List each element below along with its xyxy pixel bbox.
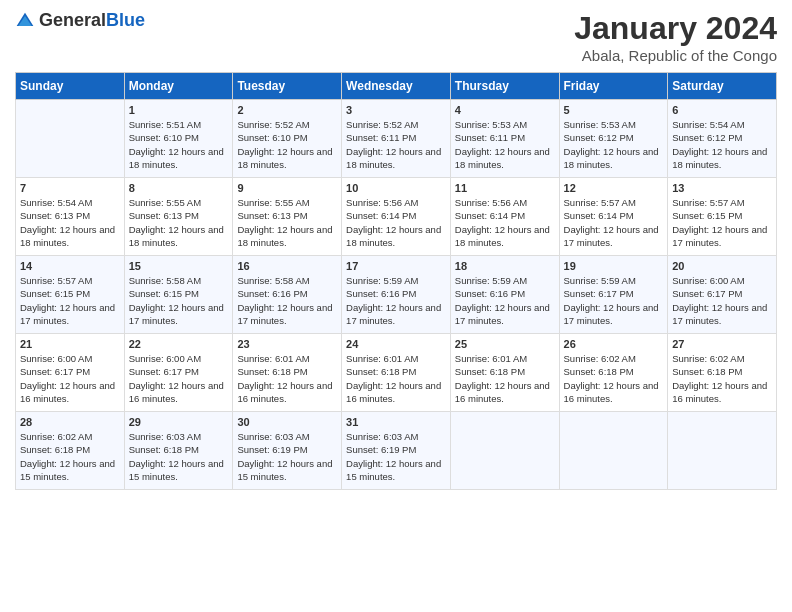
- day-info: Sunrise: 5:52 AMSunset: 6:11 PMDaylight:…: [346, 118, 446, 171]
- day-info: Sunrise: 6:03 AMSunset: 6:19 PMDaylight:…: [237, 430, 337, 483]
- day-info: Sunrise: 5:57 AMSunset: 6:15 PMDaylight:…: [20, 274, 120, 327]
- day-cell: 8Sunrise: 5:55 AMSunset: 6:13 PMDaylight…: [124, 178, 233, 256]
- col-monday: Monday: [124, 73, 233, 100]
- col-thursday: Thursday: [450, 73, 559, 100]
- day-cell: 20Sunrise: 6:00 AMSunset: 6:17 PMDayligh…: [668, 256, 777, 334]
- day-cell: 19Sunrise: 5:59 AMSunset: 6:17 PMDayligh…: [559, 256, 668, 334]
- day-number: 26: [564, 338, 664, 350]
- day-number: 9: [237, 182, 337, 194]
- day-cell: 18Sunrise: 5:59 AMSunset: 6:16 PMDayligh…: [450, 256, 559, 334]
- day-number: 10: [346, 182, 446, 194]
- header-row: Sunday Monday Tuesday Wednesday Thursday…: [16, 73, 777, 100]
- day-info: Sunrise: 5:59 AMSunset: 6:16 PMDaylight:…: [346, 274, 446, 327]
- day-info: Sunrise: 5:57 AMSunset: 6:14 PMDaylight:…: [564, 196, 664, 249]
- day-info: Sunrise: 5:54 AMSunset: 6:13 PMDaylight:…: [20, 196, 120, 249]
- day-cell: 11Sunrise: 5:56 AMSunset: 6:14 PMDayligh…: [450, 178, 559, 256]
- day-cell: 15Sunrise: 5:58 AMSunset: 6:15 PMDayligh…: [124, 256, 233, 334]
- day-cell: 16Sunrise: 5:58 AMSunset: 6:16 PMDayligh…: [233, 256, 342, 334]
- day-cell: 12Sunrise: 5:57 AMSunset: 6:14 PMDayligh…: [559, 178, 668, 256]
- day-info: Sunrise: 6:03 AMSunset: 6:18 PMDaylight:…: [129, 430, 229, 483]
- week-row-0: 1Sunrise: 5:51 AMSunset: 6:10 PMDaylight…: [16, 100, 777, 178]
- day-number: 17: [346, 260, 446, 272]
- main-title: January 2024: [574, 10, 777, 47]
- day-number: 13: [672, 182, 772, 194]
- day-cell: 17Sunrise: 5:59 AMSunset: 6:16 PMDayligh…: [342, 256, 451, 334]
- day-info: Sunrise: 5:59 AMSunset: 6:17 PMDaylight:…: [564, 274, 664, 327]
- day-cell: 3Sunrise: 5:52 AMSunset: 6:11 PMDaylight…: [342, 100, 451, 178]
- day-info: Sunrise: 5:59 AMSunset: 6:16 PMDaylight:…: [455, 274, 555, 327]
- week-row-1: 7Sunrise: 5:54 AMSunset: 6:13 PMDaylight…: [16, 178, 777, 256]
- day-info: Sunrise: 6:02 AMSunset: 6:18 PMDaylight:…: [20, 430, 120, 483]
- day-number: 18: [455, 260, 555, 272]
- day-info: Sunrise: 6:00 AMSunset: 6:17 PMDaylight:…: [672, 274, 772, 327]
- day-number: 11: [455, 182, 555, 194]
- day-number: 2: [237, 104, 337, 116]
- day-number: 21: [20, 338, 120, 350]
- day-cell: [668, 412, 777, 490]
- day-cell: 7Sunrise: 5:54 AMSunset: 6:13 PMDaylight…: [16, 178, 125, 256]
- day-cell: 10Sunrise: 5:56 AMSunset: 6:14 PMDayligh…: [342, 178, 451, 256]
- day-info: Sunrise: 5:56 AMSunset: 6:14 PMDaylight:…: [346, 196, 446, 249]
- col-tuesday: Tuesday: [233, 73, 342, 100]
- day-number: 23: [237, 338, 337, 350]
- day-info: Sunrise: 6:00 AMSunset: 6:17 PMDaylight:…: [20, 352, 120, 405]
- col-wednesday: Wednesday: [342, 73, 451, 100]
- col-saturday: Saturday: [668, 73, 777, 100]
- day-number: 4: [455, 104, 555, 116]
- day-info: Sunrise: 6:01 AMSunset: 6:18 PMDaylight:…: [237, 352, 337, 405]
- day-cell: 28Sunrise: 6:02 AMSunset: 6:18 PMDayligh…: [16, 412, 125, 490]
- day-number: 31: [346, 416, 446, 428]
- week-row-4: 28Sunrise: 6:02 AMSunset: 6:18 PMDayligh…: [16, 412, 777, 490]
- day-cell: 22Sunrise: 6:00 AMSunset: 6:17 PMDayligh…: [124, 334, 233, 412]
- day-cell: 2Sunrise: 5:52 AMSunset: 6:10 PMDaylight…: [233, 100, 342, 178]
- day-cell: 23Sunrise: 6:01 AMSunset: 6:18 PMDayligh…: [233, 334, 342, 412]
- title-block: January 2024 Abala, Republic of the Cong…: [574, 10, 777, 64]
- col-sunday: Sunday: [16, 73, 125, 100]
- day-info: Sunrise: 5:57 AMSunset: 6:15 PMDaylight:…: [672, 196, 772, 249]
- day-cell: 9Sunrise: 5:55 AMSunset: 6:13 PMDaylight…: [233, 178, 342, 256]
- day-number: 3: [346, 104, 446, 116]
- logo-blue: Blue: [106, 10, 145, 30]
- day-number: 27: [672, 338, 772, 350]
- week-row-2: 14Sunrise: 5:57 AMSunset: 6:15 PMDayligh…: [16, 256, 777, 334]
- day-cell: 1Sunrise: 5:51 AMSunset: 6:10 PMDaylight…: [124, 100, 233, 178]
- day-cell: 26Sunrise: 6:02 AMSunset: 6:18 PMDayligh…: [559, 334, 668, 412]
- col-friday: Friday: [559, 73, 668, 100]
- day-cell: 4Sunrise: 5:53 AMSunset: 6:11 PMDaylight…: [450, 100, 559, 178]
- header: GeneralBlue January 2024 Abala, Republic…: [15, 10, 777, 64]
- day-number: 5: [564, 104, 664, 116]
- day-cell: 5Sunrise: 5:53 AMSunset: 6:12 PMDaylight…: [559, 100, 668, 178]
- day-info: Sunrise: 6:02 AMSunset: 6:18 PMDaylight:…: [672, 352, 772, 405]
- day-cell: [450, 412, 559, 490]
- day-cell: 31Sunrise: 6:03 AMSunset: 6:19 PMDayligh…: [342, 412, 451, 490]
- day-info: Sunrise: 6:02 AMSunset: 6:18 PMDaylight:…: [564, 352, 664, 405]
- day-info: Sunrise: 5:53 AMSunset: 6:11 PMDaylight:…: [455, 118, 555, 171]
- day-number: 22: [129, 338, 229, 350]
- day-number: 8: [129, 182, 229, 194]
- day-number: 12: [564, 182, 664, 194]
- logo-icon: [15, 11, 35, 31]
- day-cell: 21Sunrise: 6:00 AMSunset: 6:17 PMDayligh…: [16, 334, 125, 412]
- day-cell: 29Sunrise: 6:03 AMSunset: 6:18 PMDayligh…: [124, 412, 233, 490]
- day-number: 20: [672, 260, 772, 272]
- day-number: 19: [564, 260, 664, 272]
- day-info: Sunrise: 5:52 AMSunset: 6:10 PMDaylight:…: [237, 118, 337, 171]
- week-row-3: 21Sunrise: 6:00 AMSunset: 6:17 PMDayligh…: [16, 334, 777, 412]
- day-info: Sunrise: 5:56 AMSunset: 6:14 PMDaylight:…: [455, 196, 555, 249]
- day-cell: 27Sunrise: 6:02 AMSunset: 6:18 PMDayligh…: [668, 334, 777, 412]
- day-cell: 30Sunrise: 6:03 AMSunset: 6:19 PMDayligh…: [233, 412, 342, 490]
- day-cell: [559, 412, 668, 490]
- day-info: Sunrise: 5:55 AMSunset: 6:13 PMDaylight:…: [237, 196, 337, 249]
- day-info: Sunrise: 5:55 AMSunset: 6:13 PMDaylight:…: [129, 196, 229, 249]
- subtitle: Abala, Republic of the Congo: [574, 47, 777, 64]
- day-info: Sunrise: 5:58 AMSunset: 6:15 PMDaylight:…: [129, 274, 229, 327]
- day-cell: 25Sunrise: 6:01 AMSunset: 6:18 PMDayligh…: [450, 334, 559, 412]
- day-info: Sunrise: 5:53 AMSunset: 6:12 PMDaylight:…: [564, 118, 664, 171]
- day-number: 29: [129, 416, 229, 428]
- day-number: 25: [455, 338, 555, 350]
- logo-general: General: [39, 10, 106, 30]
- day-info: Sunrise: 6:00 AMSunset: 6:17 PMDaylight:…: [129, 352, 229, 405]
- day-info: Sunrise: 5:54 AMSunset: 6:12 PMDaylight:…: [672, 118, 772, 171]
- day-info: Sunrise: 6:03 AMSunset: 6:19 PMDaylight:…: [346, 430, 446, 483]
- day-number: 6: [672, 104, 772, 116]
